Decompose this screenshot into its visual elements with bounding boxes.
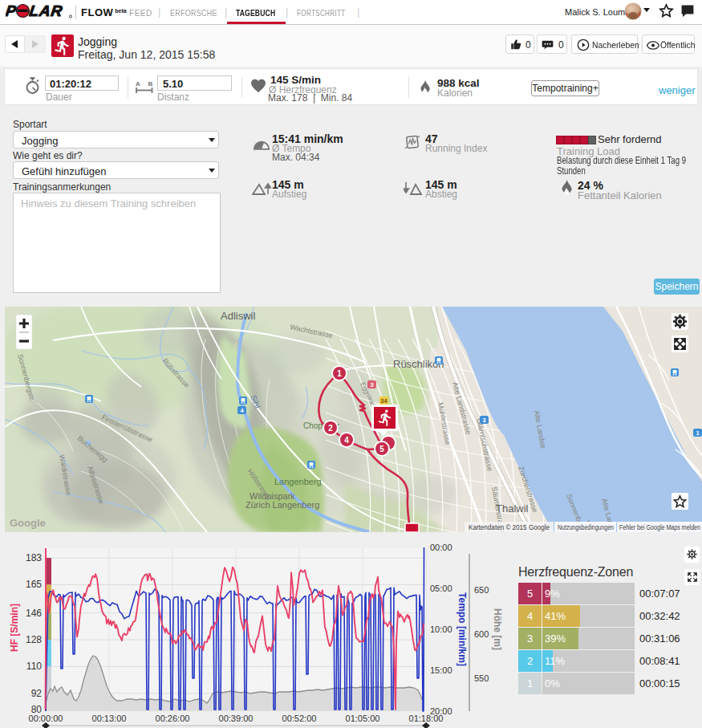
svg-text:128: 128 (26, 634, 42, 645)
svg-text:00:00: 00:00 (430, 543, 452, 552)
svg-text:34: 34 (380, 397, 388, 405)
svg-text:550: 550 (474, 673, 489, 683)
svg-text:1: 1 (696, 429, 699, 437)
svg-text:Höhe [m]: Höhe [m] (492, 608, 503, 650)
svg-text:165: 165 (26, 579, 42, 590)
svg-text:00:00:00: 00:00:00 (29, 714, 63, 723)
svg-text:4: 4 (344, 436, 349, 445)
svg-text:A: A (136, 80, 140, 87)
svg-text:Kartendaten © 2015 Google: Kartendaten © 2015 Google (469, 523, 550, 531)
svg-text:183: 183 (26, 552, 42, 563)
svg-text:2: 2 (328, 424, 333, 433)
svg-text:15:00: 15:00 (430, 665, 452, 675)
svg-text:20:00: 20:00 (430, 706, 452, 716)
svg-text:00:39:00: 00:39:00 (219, 714, 254, 723)
svg-text:LAR: LAR (28, 3, 63, 19)
svg-text:3: 3 (482, 417, 485, 424)
svg-text:05:00: 05:00 (430, 584, 452, 593)
svg-text:Tempo [min/km]: Tempo [min/km] (457, 592, 468, 666)
svg-text:Google: Google (10, 517, 46, 529)
svg-text:01:05:00: 01:05:00 (346, 714, 380, 723)
svg-text:3: 3 (370, 381, 373, 388)
svg-text:650: 650 (474, 585, 489, 595)
svg-text:00:13:00: 00:13:00 (92, 714, 127, 723)
svg-text:10:00: 10:00 (430, 624, 452, 634)
svg-text:146: 146 (26, 608, 42, 619)
svg-text:00:52:00: 00:52:00 (282, 714, 317, 723)
svg-text:Fehler bei Google Maps melden: Fehler bei Google Maps melden (619, 523, 700, 531)
svg-text:92: 92 (31, 688, 43, 699)
svg-text:Adliswil: Adliswil (221, 310, 255, 322)
svg-text:Nutzungsbedingungen: Nutzungsbedingungen (558, 523, 614, 531)
svg-text:600: 600 (474, 629, 489, 639)
svg-text:B: B (148, 80, 153, 87)
svg-text:1: 1 (337, 369, 342, 378)
svg-text:Langenberg: Langenberg (274, 477, 322, 486)
svg-text:00:26:00: 00:26:00 (156, 714, 190, 723)
svg-text:5: 5 (379, 445, 384, 453)
svg-text:110: 110 (26, 661, 42, 672)
svg-text:HF [S/min]: HF [S/min] (9, 604, 20, 652)
svg-text:Zürich Langenberg: Zürich Langenberg (245, 500, 319, 510)
